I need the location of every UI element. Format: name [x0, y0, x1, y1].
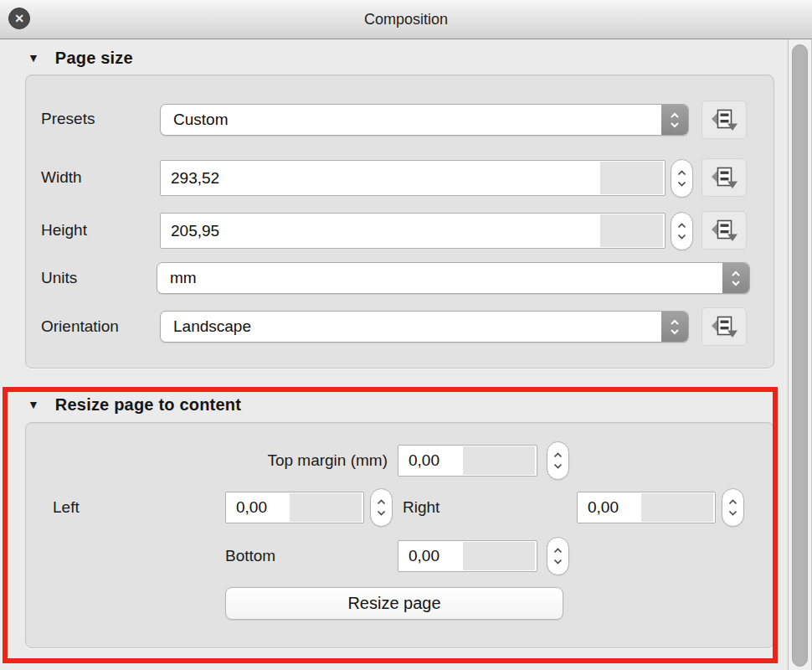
- collapse-arrow-icon: ▼: [28, 399, 39, 410]
- presets-data-defined-button[interactable]: [702, 100, 747, 139]
- vertical-scrollbar-thumb[interactable]: [792, 44, 808, 667]
- units-combobox[interactable]: mm: [157, 262, 750, 294]
- units-value: mm: [157, 269, 197, 287]
- page-size-title: Page size: [55, 49, 133, 68]
- width-spinbox: [160, 160, 666, 196]
- presets-label: Presets: [41, 110, 95, 128]
- stepper-down-icon: [677, 181, 686, 187]
- top-margin-label: Top margin (mm): [26, 451, 388, 470]
- data-defined-override-icon: [711, 166, 737, 189]
- stepper-up-icon: [728, 499, 737, 505]
- stepper-up-icon: [553, 548, 563, 554]
- orientation-value: Landscape: [161, 317, 251, 336]
- height-data-defined-button[interactable]: [702, 211, 747, 250]
- stepper-down-icon: [553, 463, 563, 469]
- height-input[interactable]: [161, 214, 665, 248]
- vertical-scrollbar-track[interactable]: [788, 39, 812, 670]
- left-margin-spinbox: [225, 492, 364, 523]
- stepper-down-icon: [377, 510, 386, 516]
- stepper-down-icon: [677, 234, 686, 240]
- width-label: Width: [41, 168, 82, 187]
- orientation-combobox[interactable]: Landscape: [160, 311, 689, 343]
- bottom-margin-spinbox: [398, 540, 537, 572]
- title-bar: ✕ Composition: [0, 0, 812, 39]
- data-defined-override-icon: [711, 108, 737, 131]
- combobox-arrows-icon: [661, 105, 688, 135]
- collapse-arrow-icon: ▼: [28, 52, 39, 64]
- stepper-up-icon: [553, 452, 563, 458]
- orientation-data-defined-button[interactable]: [702, 307, 747, 346]
- presets-value: Custom: [161, 111, 228, 129]
- stepper-down-icon: [553, 559, 563, 564]
- resize-section-title: Resize page to content: [55, 395, 241, 415]
- combobox-arrows-icon: [661, 312, 688, 342]
- height-label: Height: [41, 221, 87, 240]
- stepper-up-icon: [677, 170, 686, 176]
- resize-section-header[interactable]: ▼ Resize page to content: [0, 394, 241, 415]
- left-margin-input[interactable]: [226, 492, 363, 523]
- stepper-up-icon: [677, 223, 686, 229]
- panel-title: Composition: [0, 11, 812, 28]
- bottom-margin-stepper[interactable]: [547, 537, 569, 575]
- stepper-down-icon: [728, 510, 737, 516]
- bottom-margin-input[interactable]: [398, 541, 537, 571]
- left-margin-label: Left: [53, 498, 80, 517]
- width-stepper[interactable]: [671, 159, 693, 198]
- units-label: Units: [41, 269, 77, 287]
- top-margin-input[interactable]: [398, 446, 537, 476]
- right-margin-stepper[interactable]: [722, 488, 744, 527]
- bottom-margin-label: Bottom: [225, 547, 275, 565]
- right-margin-label: Right: [403, 498, 439, 517]
- presets-combobox[interactable]: Custom: [160, 104, 689, 136]
- combobox-arrows-icon: [722, 263, 749, 293]
- right-margin-input[interactable]: [578, 492, 715, 523]
- data-defined-override-icon: [711, 315, 737, 338]
- height-spinbox: [160, 213, 666, 249]
- composition-panel: ✕ Composition ▼ Page size Presets Custom: [0, 0, 812, 670]
- left-margin-stepper[interactable]: [370, 488, 393, 527]
- width-input[interactable]: [161, 161, 665, 195]
- resize-groupbox: Top margin (mm) Left Right Bott: [25, 422, 774, 648]
- width-data-defined-button[interactable]: [702, 158, 747, 197]
- top-margin-spinbox: [398, 445, 537, 477]
- top-margin-stepper[interactable]: [547, 441, 569, 480]
- stepper-up-icon: [377, 499, 386, 505]
- height-stepper[interactable]: [671, 212, 693, 250]
- data-defined-override-icon: [711, 219, 737, 242]
- resize-page-button[interactable]: Resize page: [225, 587, 563, 620]
- right-margin-spinbox: [577, 492, 716, 523]
- page-size-section-header[interactable]: ▼ Page size: [0, 47, 133, 69]
- page-size-groupbox: Presets Custom Width: [25, 75, 774, 368]
- orientation-label: Orientation: [41, 317, 119, 336]
